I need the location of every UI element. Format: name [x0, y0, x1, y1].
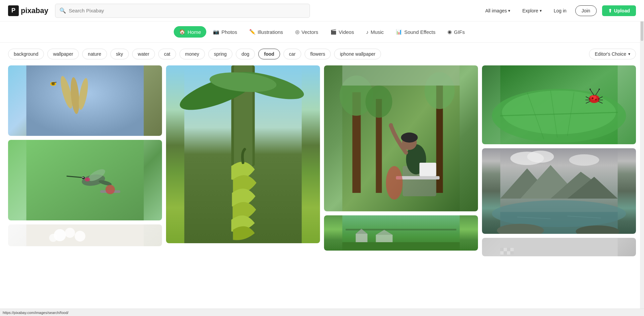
tag-nature[interactable]: nature — [82, 49, 107, 59]
nav-label-home: Home — [187, 29, 201, 35]
nav-item-sound-effects[interactable]: 📊 Sound Effects — [390, 26, 441, 38]
nav-item-videos[interactable]: 🎬 Videos — [325, 26, 360, 38]
svg-rect-41 — [396, 176, 440, 179]
logo-icon: P — [8, 5, 19, 16]
upload-icon: ⬆ — [608, 8, 612, 13]
gallery-item-partial[interactable] — [8, 224, 162, 246]
svg-point-71 — [599, 89, 600, 90]
svg-point-74 — [527, 151, 554, 163]
svg-point-60 — [592, 97, 594, 99]
nav-label-gifs: GIFs — [454, 29, 465, 35]
soundwave-icon: 📊 — [396, 29, 402, 35]
tags-bar: background wallpaper nature sky water ca… — [0, 43, 644, 65]
gallery-item-person[interactable] — [324, 65, 478, 211]
tag-money[interactable]: money — [179, 49, 205, 59]
svg-point-40 — [389, 123, 393, 127]
nav-label-vectors: Vectors — [302, 29, 318, 35]
nav-item-home[interactable]: 🏠 Home — [174, 26, 206, 38]
nav-label-photos: Photos — [221, 29, 237, 35]
svg-point-13 — [83, 177, 84, 178]
svg-point-14 — [85, 177, 90, 181]
nav-item-gifs[interactable]: ◉ GIFs — [442, 26, 470, 38]
editors-choice-label: Editor's Choice — [595, 51, 626, 57]
tag-car[interactable]: car — [283, 49, 301, 59]
gallery-item-meadow[interactable] — [324, 215, 478, 251]
all-images-label: All images — [485, 8, 507, 13]
search-bar: 🔍 — [55, 4, 310, 18]
tag-sky[interactable]: sky — [110, 49, 129, 59]
nav-label-sound-effects: Sound Effects — [404, 29, 435, 35]
tag-water[interactable]: water — [132, 49, 155, 59]
home-icon: 🏠 — [179, 29, 185, 35]
gallery-item-bee[interactable] — [8, 65, 162, 136]
nav-item-illustrations[interactable]: ✏️ Illustrations — [244, 26, 288, 38]
gallery-item-lake[interactable] — [482, 148, 636, 234]
camera-icon: 📷 — [213, 29, 219, 35]
tag-iphone-wallpaper[interactable]: iphone wallpaper — [334, 49, 381, 59]
search-icon: 🔍 — [59, 7, 66, 14]
svg-point-75 — [569, 154, 599, 166]
svg-point-6 — [52, 83, 55, 85]
tag-wallpaper[interactable]: wallpaper — [47, 49, 79, 59]
video-icon: 🎬 — [330, 29, 337, 35]
nav-label-illustrations: Illustrations — [258, 29, 283, 35]
nav-item-vectors[interactable]: ◎ Vectors — [290, 26, 324, 38]
upload-label: Upload — [614, 8, 630, 13]
music-icon: ♪ — [366, 29, 369, 35]
search-input[interactable] — [69, 8, 306, 13]
explore-label: Explore — [522, 8, 538, 13]
tag-dog[interactable]: dog — [236, 49, 255, 59]
tag-flowers[interactable]: flowers — [305, 49, 331, 59]
gallery — [0, 65, 644, 264]
nav-label-music: Music — [371, 29, 384, 35]
login-label: Log in — [554, 8, 567, 13]
gif-icon: ◉ — [447, 29, 452, 35]
pen-icon: ✏️ — [249, 29, 256, 35]
logo[interactable]: P pixabay — [8, 5, 48, 16]
nav-item-photos[interactable]: 📷 Photos — [208, 26, 243, 38]
tag-background[interactable]: background — [8, 49, 44, 59]
tag-food[interactable]: food — [258, 49, 280, 59]
gallery-item-hummingbird[interactable] — [8, 140, 162, 220]
header-right: All images Explore Log in Join ⬆ Upload — [482, 5, 636, 16]
svg-point-70 — [590, 89, 591, 90]
main-nav: 🏠 Home 📷 Photos ✏️ Illustrations ◎ Vecto… — [0, 21, 644, 43]
gallery-item-bug[interactable] — [482, 65, 636, 144]
header: P pixabay 🔍 All images Explore Log in Jo… — [0, 0, 644, 21]
explore-button[interactable]: Explore — [519, 6, 545, 15]
svg-point-61 — [595, 99, 597, 101]
svg-point-39 — [401, 133, 418, 143]
svg-point-16 — [106, 185, 115, 194]
join-label: Join — [582, 8, 590, 13]
svg-rect-35 — [342, 65, 460, 86]
scrollbar[interactable] — [640, 0, 644, 264]
tag-cat[interactable]: cat — [158, 49, 176, 59]
svg-point-34 — [366, 86, 392, 118]
login-button[interactable]: Log in — [550, 6, 570, 15]
nav-label-videos: Videos — [339, 29, 354, 35]
all-images-button[interactable]: All images — [482, 6, 514, 15]
join-button[interactable]: Join — [575, 5, 597, 16]
editors-choice-button[interactable]: Editor's Choice — [589, 49, 636, 59]
svg-rect-42 — [420, 163, 436, 176]
gallery-item-partial-bottom[interactable] — [482, 238, 636, 256]
nav-item-music[interactable]: ♪ Music — [361, 27, 389, 38]
upload-button[interactable]: ⬆ Upload — [602, 5, 636, 16]
gallery-item-banana[interactable] — [166, 65, 320, 243]
logo-text: pixabay — [21, 6, 48, 15]
vectors-icon: ◎ — [295, 29, 300, 35]
tag-spring[interactable]: spring — [208, 49, 232, 59]
